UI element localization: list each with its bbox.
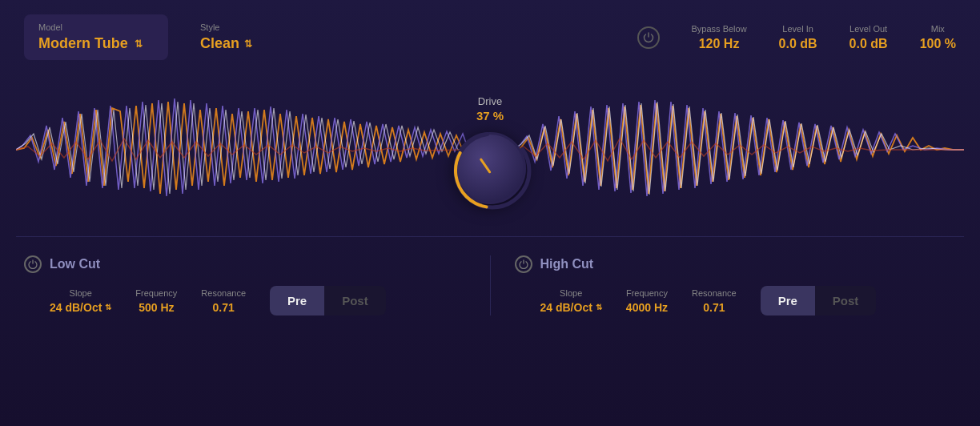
high-cut-resonance: Resonance 0.71 xyxy=(692,288,737,314)
drive-knob-container: Drive 37 % xyxy=(454,95,526,204)
model-chevron-icon: ⇅ xyxy=(135,38,143,50)
low-cut-controls: Slope 24 dB/Oct ⇅ Frequency 500 Hz Reson… xyxy=(50,286,466,315)
high-cut-resonance-label: Resonance xyxy=(692,288,737,298)
low-cut-slope: Slope 24 dB/Oct ⇅ xyxy=(50,288,111,314)
low-cut-slope-value[interactable]: 24 dB/Oct ⇅ xyxy=(50,301,111,314)
level-in-control: Level In 0.0 dB xyxy=(779,24,817,51)
high-cut-freq-value[interactable]: 4000 Hz xyxy=(626,301,668,314)
low-cut-freq-value[interactable]: 500 Hz xyxy=(135,301,177,314)
low-cut-freq-label: Frequency xyxy=(135,288,177,298)
low-cut-slope-label: Slope xyxy=(50,288,111,298)
high-cut-slope: Slope 24 dB/Oct ⇅ xyxy=(540,288,602,314)
bottom-section: Low Cut Slope 24 dB/Oct ⇅ Frequency 500 … xyxy=(0,243,980,328)
mix-control: Mix 100 % xyxy=(920,24,956,51)
low-cut-section: Low Cut Slope 24 dB/Oct ⇅ Frequency 500 … xyxy=(24,255,466,315)
low-cut-power-button[interactable] xyxy=(24,255,42,273)
low-cut-slope-chevron-icon: ⇅ xyxy=(105,303,111,311)
high-cut-power-button[interactable] xyxy=(515,255,532,273)
top-controls: Bypass Below 120 Hz Level In 0.0 dB Leve… xyxy=(637,24,957,51)
high-cut-frequency: Frequency 4000 Hz xyxy=(626,288,668,314)
style-chevron-icon: ⇅ xyxy=(244,38,252,50)
high-cut-freq-label: Frequency xyxy=(626,288,668,298)
low-cut-frequency: Frequency 500 Hz xyxy=(135,288,177,314)
vertical-divider xyxy=(490,255,491,315)
low-cut-pre-post-group: Pre Post xyxy=(270,286,386,315)
high-cut-slope-chevron-icon: ⇅ xyxy=(596,303,602,311)
section-divider xyxy=(16,236,964,237)
high-cut-slope-value[interactable]: 24 dB/Oct ⇅ xyxy=(540,301,602,314)
low-cut-title: Low Cut xyxy=(50,257,100,271)
mix-value[interactable]: 100 % xyxy=(920,37,956,51)
top-bar: Model Modern Tube ⇅ Style Clean ⇅ Bypass… xyxy=(0,0,980,70)
low-cut-resonance-value[interactable]: 0.71 xyxy=(201,301,246,314)
low-cut-pre-button[interactable]: Pre xyxy=(270,286,324,315)
level-out-label: Level Out xyxy=(849,24,888,34)
drive-label: Drive xyxy=(478,95,502,107)
bypass-below-control: Bypass Below 120 Hz xyxy=(692,24,747,51)
high-cut-slope-label: Slope xyxy=(540,288,602,298)
svg-point-1 xyxy=(452,130,533,211)
main-container: Model Modern Tube ⇅ Style Clean ⇅ Bypass… xyxy=(0,0,980,426)
low-cut-resonance-label: Resonance xyxy=(201,288,246,298)
drive-value: 37 % xyxy=(476,109,504,123)
knob-arc xyxy=(452,130,533,211)
style-value[interactable]: Clean ⇅ xyxy=(200,35,252,52)
high-cut-pre-button[interactable]: Pre xyxy=(761,286,815,315)
level-out-control: Level Out 0.0 dB xyxy=(849,24,888,51)
model-box: Model Modern Tube ⇅ xyxy=(24,14,168,60)
high-cut-post-button[interactable]: Post xyxy=(815,286,877,315)
level-out-value[interactable]: 0.0 dB xyxy=(849,37,888,51)
high-cut-resonance-value[interactable]: 0.71 xyxy=(692,301,737,314)
bypass-label: Bypass Below xyxy=(692,24,747,34)
high-cut-title: High Cut xyxy=(540,257,594,271)
high-cut-header: High Cut xyxy=(515,255,957,273)
drive-knob[interactable] xyxy=(454,132,526,204)
level-in-value[interactable]: 0.0 dB xyxy=(779,37,817,51)
style-label: Style xyxy=(200,22,252,32)
waveform-area: Drive 37 % xyxy=(16,70,964,230)
mix-label: Mix xyxy=(920,24,956,34)
low-cut-resonance: Resonance 0.71 xyxy=(201,288,246,314)
level-in-label: Level In xyxy=(779,24,817,34)
model-label: Model xyxy=(38,22,154,32)
low-cut-post-button[interactable]: Post xyxy=(324,286,386,315)
style-box: Style Clean ⇅ xyxy=(200,14,252,60)
bypass-power-button[interactable] xyxy=(637,26,660,49)
low-cut-header: Low Cut xyxy=(24,255,466,273)
high-cut-section: High Cut Slope 24 dB/Oct ⇅ Frequency 400… xyxy=(515,255,957,315)
high-cut-pre-post-group: Pre Post xyxy=(761,286,877,315)
high-cut-controls: Slope 24 dB/Oct ⇅ Frequency 4000 Hz Reso… xyxy=(540,286,957,315)
bypass-value[interactable]: 120 Hz xyxy=(692,37,747,51)
model-value[interactable]: Modern Tube ⇅ xyxy=(38,35,154,52)
